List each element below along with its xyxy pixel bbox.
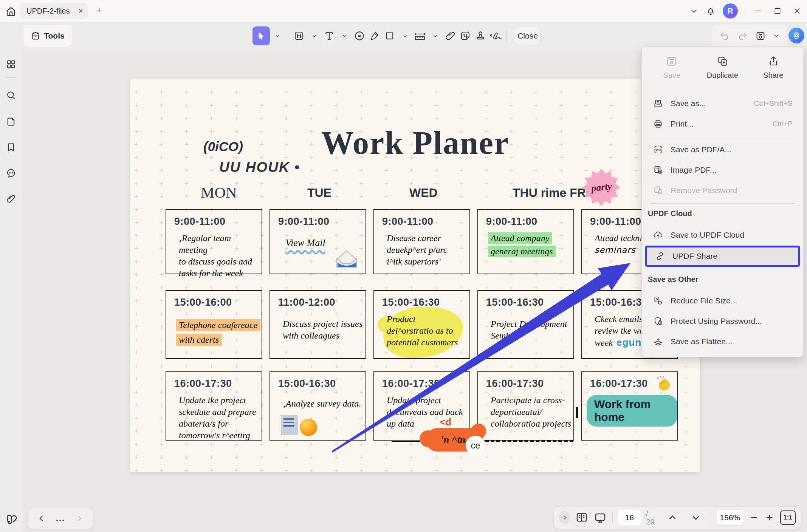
menu-item-save-as-flatten[interactable]: Save as Flatten... bbox=[645, 331, 800, 352]
text-tool-chevron-icon[interactable] bbox=[337, 26, 352, 46]
maximize-button[interactable] bbox=[768, 3, 787, 19]
avatar[interactable]: R bbox=[723, 3, 738, 19]
planner-cell-tue-am[interactable]: 9:00-11:00 View Mail bbox=[270, 209, 366, 274]
planner-cell-fri-pm2[interactable]: 16:00-17:30 Work from home bbox=[581, 371, 678, 441]
select-tool-chevron-icon[interactable] bbox=[270, 26, 285, 46]
share-link-icon bbox=[654, 251, 666, 261]
stamp-tool-icon[interactable] bbox=[473, 26, 488, 46]
close-window-button[interactable] bbox=[787, 3, 807, 19]
menu-item-save-as[interactable]: Save as... Ctrl+Shift+S bbox=[645, 93, 800, 114]
zoom-in-button[interactable]: + bbox=[764, 511, 775, 524]
planner-row-1: 9:00-11:00 ‚Regular team meeting to disc… bbox=[166, 209, 678, 274]
undo-icon[interactable] bbox=[719, 31, 730, 41]
menu-section-updf-cloud: UPDF Cloud bbox=[648, 209, 692, 218]
status-divider bbox=[612, 512, 613, 523]
home-button[interactable] bbox=[5, 5, 17, 18]
tools-button[interactable]: Tools bbox=[23, 25, 72, 47]
save-icon bbox=[666, 55, 678, 67]
expand-toolbar-icon[interactable] bbox=[559, 511, 570, 524]
planner-cell-wed-am[interactable]: 9:00-11:00 Disease career deuekp^ert p/a… bbox=[373, 209, 470, 274]
menu-share-button[interactable]: Share bbox=[753, 55, 794, 88]
zoom-level[interactable]: 156% bbox=[717, 510, 743, 525]
text-tool-icon[interactable] bbox=[322, 26, 337, 46]
zoom-out-button[interactable]: − bbox=[749, 511, 759, 524]
chevron-down-icon[interactable] bbox=[686, 3, 702, 19]
highlight-tool-chevron-icon[interactable] bbox=[307, 26, 322, 46]
tab-title: UPDF-2-files bbox=[26, 7, 75, 15]
planner-cell-tue-pm2[interactable]: 15:00-16:30 ‚Analyze survey data. bbox=[270, 371, 366, 441]
share-icon bbox=[767, 55, 779, 67]
thumbnails-panel-icon[interactable] bbox=[0, 56, 22, 73]
reduce-size-icon bbox=[652, 296, 664, 306]
planner-cell-thu-pm1[interactable]: 15:00-16:30 Project Development Seminar bbox=[477, 290, 574, 359]
day-header-tue: TUE bbox=[307, 186, 331, 200]
planner-cell-mon-pm2[interactable]: 16:00-17:30 Update tke project sckedute … bbox=[166, 371, 262, 441]
menu-item-protect-using-password[interactable]: Protect Using Password... bbox=[645, 311, 800, 331]
nav-back-icon[interactable] bbox=[38, 515, 45, 522]
menu-item-image-pdf[interactable]: Image PDF... bbox=[645, 160, 800, 180]
tab-close-icon[interactable]: × bbox=[78, 7, 83, 15]
bookmarks-panel-icon[interactable] bbox=[0, 139, 22, 156]
previous-page-icon[interactable] bbox=[668, 513, 677, 523]
sticker-tool-icon[interactable] bbox=[458, 26, 473, 46]
measure-tool-chevron-icon[interactable] bbox=[428, 26, 443, 46]
select-tool-button[interactable] bbox=[252, 26, 270, 45]
redo-icon[interactable] bbox=[737, 31, 748, 41]
menu-item-updf-share[interactable]: UPDF Share bbox=[645, 246, 800, 267]
next-page-icon[interactable] bbox=[691, 513, 701, 523]
menu-item-print[interactable]: Print... Ctrl+P bbox=[645, 114, 800, 134]
menu-divider bbox=[649, 137, 796, 137]
shape-tool-chevron-icon[interactable] bbox=[397, 26, 412, 46]
svg-text:PDF/A: PDF/A bbox=[654, 148, 662, 151]
save-icon[interactable] bbox=[755, 31, 766, 41]
attachments-panel-icon[interactable] bbox=[0, 190, 22, 207]
orange-highlight: Telephone coafereace bbox=[176, 319, 260, 331]
search-panel-icon[interactable] bbox=[0, 87, 22, 104]
planner-cell-mon-pm1[interactable]: 15:00-16:00 Telephone coafereace with cd… bbox=[166, 290, 262, 359]
close-edit-button[interactable]: Close bbox=[515, 27, 541, 45]
attachment-tool-icon[interactable] bbox=[443, 26, 458, 46]
shape-tool-icon[interactable] bbox=[382, 26, 397, 46]
planner-cell-thu-am[interactable]: 9:00-11:00 Attead company generaj meetin… bbox=[477, 209, 574, 274]
planner-cell-mon-am[interactable]: 9:00-11:00 ‚Regular team meeting to disc… bbox=[166, 209, 262, 274]
page-number-input[interactable] bbox=[618, 510, 641, 526]
planner-cell-thu-pm2[interactable]: 16:00-17:30 Participate ia cross- depart… bbox=[477, 371, 574, 441]
comment-tool-icon[interactable] bbox=[352, 26, 367, 46]
measure-tool-icon[interactable] bbox=[412, 26, 428, 46]
notification-bell-icon[interactable] bbox=[702, 3, 719, 19]
menu-item-save-as-pdfa[interactable]: PDF/A Save as PDF/A... bbox=[645, 139, 800, 160]
shortcut-label: Ctrl+P bbox=[773, 120, 793, 128]
planner-cell-tue-pm1[interactable]: 11:00-12:00 Discuss project issues with … bbox=[270, 290, 366, 359]
menu-item-remove-password: Remove Password bbox=[645, 180, 800, 201]
pen-tool-icon[interactable] bbox=[367, 26, 382, 46]
signature-tool-icon[interactable] bbox=[488, 26, 503, 46]
nav-more-button[interactable]: ... bbox=[56, 513, 65, 523]
highlight-tool-icon[interactable] bbox=[291, 26, 307, 46]
save-options-chevron-icon[interactable] bbox=[773, 32, 780, 39]
two-page-view-icon[interactable] bbox=[575, 511, 588, 524]
document-tab[interactable]: UPDF-2-files × bbox=[20, 3, 88, 19]
planner-row-3: 16:00-17:30 Update tke project sckedute … bbox=[166, 371, 678, 441]
toolbar-divider bbox=[506, 29, 507, 42]
actual-size-button[interactable]: 1:1 bbox=[780, 510, 796, 525]
left-sidebar bbox=[0, 50, 22, 532]
planner-cell-wed-pm2[interactable]: 16:00-17:30 Update project docunveats aa… bbox=[373, 371, 470, 441]
ai-assistant-icon[interactable] bbox=[788, 28, 804, 43]
menu-item-reduce-file-size[interactable]: Reduce File Size... bbox=[645, 291, 800, 311]
pdf-page[interactable]: + + + + + + + + + + + + + + + + + + + + … bbox=[130, 79, 700, 472]
nav-forward-icon[interactable] bbox=[76, 515, 83, 522]
color-swatches-icon[interactable] bbox=[4, 509, 20, 528]
comments-panel-icon[interactable] bbox=[0, 165, 22, 181]
flatten-icon bbox=[652, 337, 664, 346]
menu-item-save-to-updf-cloud[interactable]: Save to UPDF Cloud bbox=[645, 225, 800, 245]
orange-ball-icon bbox=[300, 419, 317, 436]
pages-panel-icon[interactable] bbox=[0, 113, 22, 130]
new-tab-button[interactable]: + bbox=[93, 5, 105, 17]
presentation-mode-icon[interactable] bbox=[593, 511, 607, 524]
orange-highlight: with cderts bbox=[176, 334, 222, 346]
shortcut-label: Ctrl+Shift+S bbox=[754, 99, 793, 108]
pdfa-icon: PDF/A bbox=[652, 145, 664, 155]
minimize-button[interactable] bbox=[748, 3, 768, 19]
planner-cell-wed-pm1[interactable]: 15:00-16:30 Product dei^orstratio as to … bbox=[373, 290, 470, 359]
menu-duplicate-button[interactable]: Duplicate bbox=[702, 55, 743, 88]
